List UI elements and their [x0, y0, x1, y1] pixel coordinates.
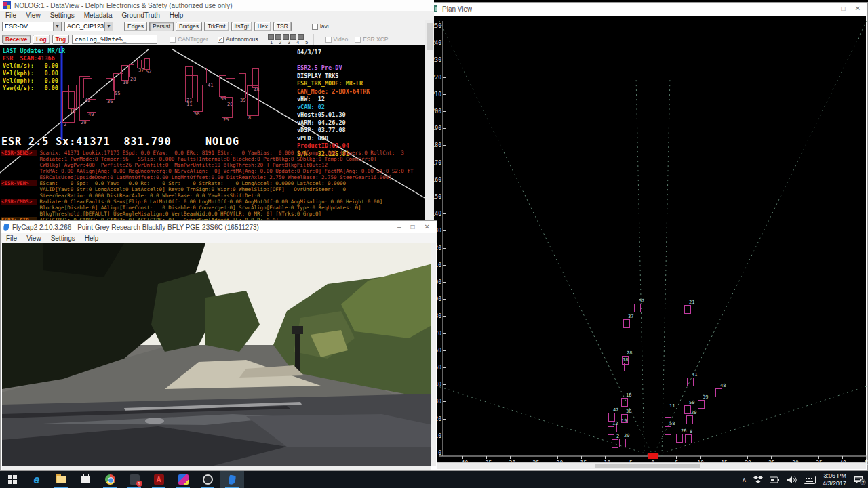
video-checkbox[interactable]: Video [326, 36, 349, 43]
radar-track-display[interactable]: 2182942493655102837522111584156202539848… [0, 45, 425, 224]
autonomous-checkbox[interactable]: ✓Autonomous [218, 36, 258, 43]
plan-view-title: Plan View [442, 5, 472, 13]
dataview-vscrollbar[interactable] [425, 20, 434, 224]
channel-leds [268, 34, 311, 40]
clock-time: 3:06 PM [823, 472, 846, 480]
plan-track-marker: 50 [684, 405, 691, 414]
plan-track-marker: 52 [634, 304, 641, 312]
plan-track-marker: 12 [608, 426, 614, 435]
menu-item-help[interactable]: Help [85, 235, 99, 242]
plan-view-plot [429, 16, 867, 470]
taskbar-obs[interactable] [195, 471, 220, 488]
flycap-hscrollbar[interactable] [2, 466, 431, 470]
plan-track-marker: 58 [665, 426, 671, 435]
windows-logo-icon [8, 475, 17, 484]
maximize-icon[interactable]: □ [842, 3, 846, 15]
persist-button[interactable]: Persist [149, 22, 174, 31]
plan-view-canvas[interactable]: 2502402302202102001901801701601501401301… [429, 16, 866, 469]
dataview-menubar[interactable]: FileViewSettingsMetadataGroundTruthHelp [0, 11, 434, 20]
taskbar-badged-app[interactable]: 1 [122, 471, 146, 488]
track-box: 41 [206, 68, 212, 83]
checkbox-box[interactable] [312, 24, 318, 30]
notification-badge: 1 [136, 481, 142, 487]
dataview-titlebar[interactable]: NOLOG:1 - DataView - Delphi Electronics … [0, 0, 434, 11]
dataview-view-buttons: EdgesPersistBridgesTrkFmtItsTgtHexTSR [124, 22, 292, 31]
maximize-icon[interactable]: □ [411, 221, 415, 233]
track-box: 52 [144, 58, 150, 70]
plan-view-hscrollbar[interactable] [429, 462, 866, 469]
plan-track-marker: 48 [715, 388, 722, 397]
menu-item-groundtruth[interactable]: GroundTruth [121, 12, 159, 19]
receive-button[interactable]: Receive [2, 35, 31, 44]
obs-icon [203, 474, 213, 485]
taskbar-acrobat[interactable]: A [146, 471, 171, 488]
bridges-button[interactable]: Bridges [176, 22, 202, 31]
channel-led-5 [298, 34, 304, 40]
track-box: 37 [137, 60, 142, 68]
esr-xcp-checkbox[interactable]: ESR XCP [355, 36, 388, 43]
minimize-icon[interactable]: – [828, 3, 832, 15]
store-icon [81, 476, 90, 483]
tsr-button[interactable]: TSR [273, 22, 292, 31]
log-button[interactable]: Log [33, 35, 50, 44]
taskbar-file-explorer[interactable] [49, 471, 73, 488]
plan-track-marker: 18 [618, 363, 625, 371]
dataview-app-icon [3, 1, 11, 9]
hex-button[interactable]: Hex [254, 22, 271, 31]
flycap-menubar[interactable]: FileViewSettingsHelp [1, 233, 437, 243]
track-box: 48 [252, 68, 259, 88]
channel-led-4 [290, 34, 296, 40]
flycap-app-icon [2, 223, 9, 232]
plan-track-marker: 37 [623, 319, 630, 328]
flycap-titlebar[interactable]: FlyCap2 2.10.3.266 - Point Grey Research… [1, 221, 437, 233]
action-center-badge: 7 [860, 479, 866, 485]
version-info-block: 04/3/17 ESR2.5 Pre-DVDISPLAY TRKSESR_TRK… [297, 49, 370, 158]
flycap-vscrollbar[interactable] [431, 243, 436, 466]
log-filename-input[interactable] [72, 35, 157, 44]
taskbar-dataview[interactable] [171, 471, 195, 488]
road-scene [2, 243, 431, 466]
menu-item-file[interactable]: File [5, 12, 16, 19]
minimize-icon[interactable]: – [397, 221, 401, 233]
menu-item-view[interactable]: View [26, 235, 41, 242]
menu-item-metadata[interactable]: Metadata [84, 12, 113, 19]
taskbar-edge[interactable]: e [24, 471, 49, 488]
itstgt-button[interactable]: ItsTgt [231, 22, 252, 31]
plan-track-marker: 8 [685, 434, 692, 443]
plan-track-marker: 2 [612, 439, 618, 448]
taskbar-store[interactable] [73, 471, 98, 488]
trkfmt-button[interactable]: TrkFmt [204, 22, 229, 31]
taskbar-chrome[interactable] [98, 471, 122, 488]
plan-track-marker: 11 [665, 409, 671, 418]
menu-item-view[interactable]: View [26, 12, 41, 19]
menu-item-file[interactable]: File [6, 235, 17, 242]
action-center-button[interactable]: 7 [853, 475, 864, 484]
mode-select[interactable]: ESR-DV ▼ [2, 22, 62, 31]
chevron-down-icon[interactable]: ▼ [53, 22, 61, 30]
touch-keyboard-icon[interactable] [804, 476, 816, 484]
trig-button[interactable]: Trig [52, 35, 70, 44]
edges-button[interactable]: Edges [124, 22, 147, 31]
velocity-info-block: LAST Update: MR/LRESR SCAN:41366Vel(m/s)… [3, 47, 65, 92]
menu-item-settings[interactable]: Settings [50, 12, 75, 19]
plan-track-marker: 26 [676, 434, 683, 443]
taskbar-flycap[interactable] [220, 471, 244, 488]
taskbar-clock[interactable]: 3:06 PM 4/3/2017 [823, 472, 846, 487]
acrobat-icon: A [154, 474, 164, 485]
tray-chevron-icon[interactable]: ∧ [742, 476, 747, 483]
menu-item-settings[interactable]: Settings [51, 235, 75, 242]
cantrigger-checkbox[interactable]: CANTrigger [170, 36, 208, 43]
power-icon[interactable] [770, 476, 781, 483]
dropbox-icon[interactable] [753, 476, 763, 484]
flycap-icon [227, 474, 237, 485]
plan-view-titlebar[interactable]: Plan View – □ ✕ [428, 3, 867, 15]
speaker-icon[interactable] [787, 476, 797, 484]
close-icon[interactable]: ✕ [855, 3, 861, 15]
dbc-select[interactable]: ACC_CIP123 ▼ [64, 22, 113, 31]
avi-checkbox[interactable]: lavi [312, 23, 329, 30]
chevron-down-icon[interactable]: ▼ [104, 22, 113, 30]
close-icon[interactable]: ✕ [425, 221, 430, 233]
start-button[interactable] [0, 471, 24, 488]
menu-item-help[interactable]: Help [170, 12, 184, 19]
plan-track-marker: 39 [698, 400, 705, 409]
